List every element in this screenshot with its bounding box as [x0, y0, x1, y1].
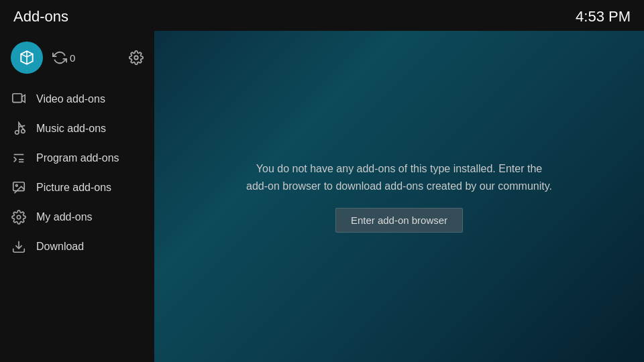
sidebar-item-program-label: Program add-ons [36, 152, 119, 164]
svg-point-13 [17, 215, 21, 219]
box-icon [18, 49, 36, 66]
svg-line-7 [14, 157, 17, 160]
sidebar-item-music-label: Music add-ons [36, 123, 106, 135]
picture-icon [11, 180, 27, 196]
clock: 4:53 PM [576, 8, 631, 25]
sidebar-item-my-addons-label: My add-ons [36, 211, 93, 223]
content-center: You do not have any add-ons of this type… [231, 147, 567, 246]
video-icon [11, 91, 27, 107]
myaddon-icon [11, 209, 27, 225]
addon-icon-button[interactable] [11, 42, 43, 74]
top-bar: Add-ons 4:53 PM [0, 0, 644, 31]
sidebar-item-picture-label: Picture add-ons [36, 182, 111, 194]
enter-browser-button[interactable]: Enter add-on browser [335, 208, 463, 233]
gear-icon [129, 50, 144, 65]
music-icon [11, 121, 27, 137]
sidebar-item-video[interactable]: Video add-ons [0, 84, 154, 114]
sidebar-item-my-addons[interactable]: My add-ons [0, 202, 154, 232]
svg-point-12 [15, 184, 17, 186]
refresh-count: 0 [70, 52, 75, 64]
svg-point-3 [15, 131, 19, 135]
sidebar: 0 Video add-ons [0, 31, 154, 362]
sidebar-item-video-label: Video add-ons [36, 93, 105, 105]
toolbar-row: 0 [0, 36, 154, 84]
content-message: You do not have any add-ons of this type… [245, 160, 553, 194]
download-icon [11, 239, 27, 255]
svg-point-0 [134, 56, 138, 60]
settings-button[interactable] [129, 50, 144, 65]
svg-rect-1 [13, 94, 22, 103]
main-layout: 0 Video add-ons [0, 31, 644, 362]
svg-line-5 [19, 125, 25, 127]
program-icon [11, 150, 27, 166]
page-title: Add-ons [13, 8, 68, 25]
sidebar-item-picture[interactable]: Picture add-ons [0, 173, 154, 202]
refresh-area[interactable]: 0 [52, 50, 75, 65]
sidebar-item-music[interactable]: Music add-ons [0, 114, 154, 143]
refresh-icon [52, 50, 67, 65]
svg-line-8 [14, 160, 17, 162]
content-area: You do not have any add-ons of this type… [154, 31, 644, 362]
sidebar-item-program[interactable]: Program add-ons [0, 143, 154, 173]
svg-marker-2 [22, 95, 25, 103]
sidebar-item-download[interactable]: Download [0, 232, 154, 261]
sidebar-item-download-label: Download [36, 241, 84, 253]
